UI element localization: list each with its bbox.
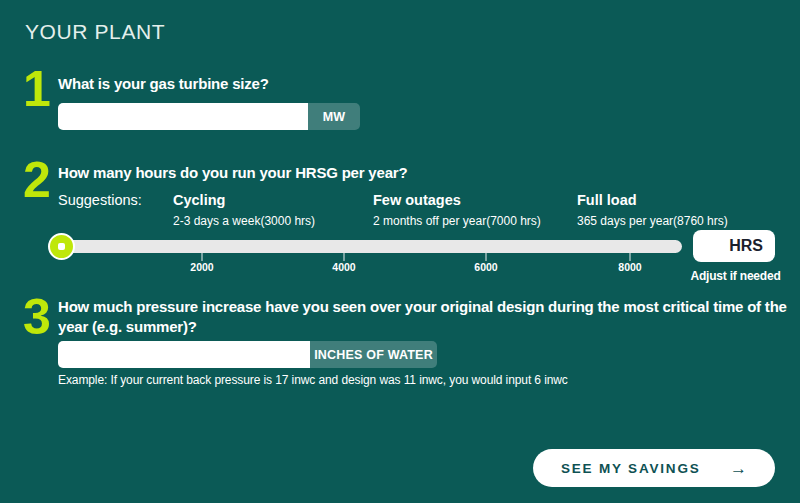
turbine-size-input-row: MW [58,103,360,130]
question-1-number: 1 [23,64,50,114]
hours-value-input[interactable]: HRS [693,230,775,262]
suggestion-few-outages-title: Few outages [373,192,461,208]
adjust-if-needed-note: Adjust if needed [688,269,783,283]
slider-handle-dot-icon [58,243,65,250]
question-2-number: 2 [23,155,50,205]
slider-tick-label-6000: 6000 [456,261,516,273]
pressure-increase-input-row: INCHES OF WATER [58,341,437,368]
pressure-increase-input[interactable] [58,341,310,368]
hours-slider-handle[interactable] [48,233,75,260]
suggestion-full-load-title: Full load [577,192,637,208]
slider-tick-2000 [201,253,203,261]
suggestion-cycling-desc: 2-3 days a week(3000 hrs) [173,214,315,228]
suggestions-label: Suggestions: [58,192,142,208]
hours-slider-track[interactable] [55,240,682,253]
see-my-savings-label: SEE MY SAVINGS [561,461,700,476]
slider-tick-label-4000: 4000 [314,261,374,273]
slider-tick-label-8000: 8000 [600,261,660,273]
page-title: YOUR PLANT [25,20,165,44]
see-my-savings-button[interactable]: SEE MY SAVINGS → [533,449,775,487]
suggestion-few-outages-desc: 2 months off per year(7000 hrs) [373,214,541,228]
suggestion-cycling-title: Cycling [173,192,225,208]
slider-tick-label-2000: 2000 [172,261,232,273]
arrow-right-icon: → [730,460,747,477]
slider-tick-6000 [485,253,487,261]
turbine-size-unit-label: MW [308,103,360,130]
slider-tick-8000 [629,253,631,261]
your-plant-form: YOUR PLANT 1 What is your gas turbine si… [0,0,800,503]
question-3-text: How much pressure increase have you seen… [58,297,800,336]
hours-unit-label: HRS [729,237,763,255]
slider-tick-4000 [343,253,345,261]
question-1-text: What is your gas turbine size? [58,74,269,94]
turbine-size-input[interactable] [58,103,308,130]
question-2-text: How many hours do you run your HRSG per … [58,163,407,183]
question-3-number: 3 [23,292,50,342]
pressure-example-note: Example: If your current back pressure i… [58,373,568,387]
pressure-unit-label: INCHES OF WATER [310,341,437,368]
suggestion-full-load-desc: 365 days per year(8760 hrs) [577,214,728,228]
